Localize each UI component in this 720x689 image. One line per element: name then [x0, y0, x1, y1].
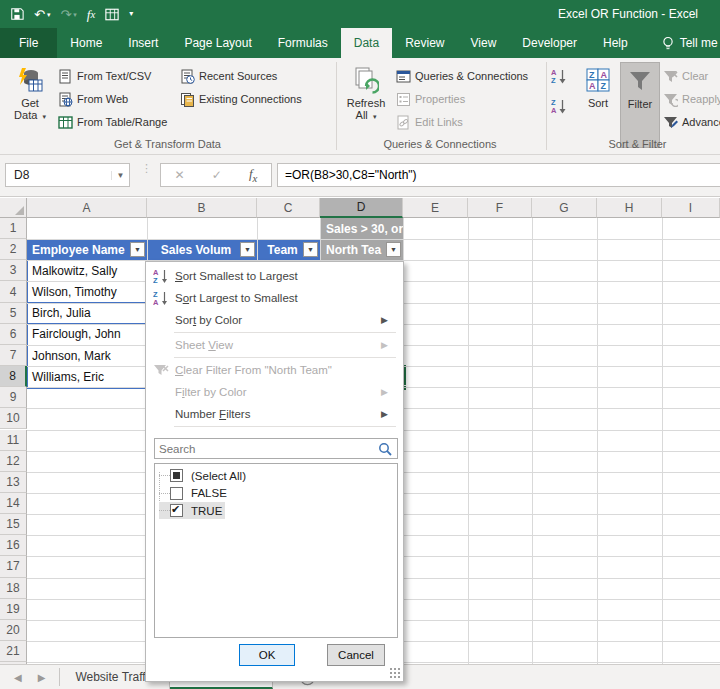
row-header-10[interactable]: 10 — [0, 408, 27, 429]
tab-view[interactable]: View — [458, 28, 510, 58]
row-header-14[interactable]: 14 — [0, 493, 27, 514]
tab-review[interactable]: Review — [392, 28, 457, 58]
employee-cell[interactable]: Birch, Julia — [28, 303, 147, 324]
filter-dropdown-button-d[interactable]: ▼ — [386, 242, 401, 257]
row-header-1[interactable]: 1 — [0, 218, 27, 239]
insert-function-fx-icon[interactable]: fx — [249, 166, 257, 184]
column-header-a[interactable]: A — [27, 198, 147, 218]
row-header-13[interactable]: 13 — [0, 472, 27, 493]
header-team[interactable]: Team ▼ — [257, 239, 320, 260]
sort-ascending-button[interactable]: AZ — [551, 66, 567, 86]
tab-page-layout[interactable]: Page Layout — [171, 28, 264, 58]
tab-home[interactable]: Home — [57, 28, 115, 58]
header-sales-volume[interactable]: Sales Volum ▼ — [147, 239, 257, 260]
row-header-20[interactable]: 20 — [0, 620, 27, 641]
save-icon[interactable] — [10, 7, 24, 21]
prev-sheet-icon[interactable]: ◀ — [14, 672, 22, 683]
refresh-all-button[interactable]: Refresh All ▾ — [342, 62, 390, 148]
column-header-d[interactable]: D — [320, 198, 403, 218]
menu-item-sort-largest-to-smallest[interactable]: ZASort Largest to Smallest — [147, 287, 396, 309]
get-data-button[interactable]: Get Data ▾ — [6, 62, 54, 148]
employee-cell[interactable]: Williams, Eric — [28, 367, 147, 388]
insert-function-icon[interactable]: fx — [87, 8, 95, 21]
filter-button[interactable]: Filter — [620, 62, 660, 148]
employee-cell[interactable]: Johnson, Mark — [28, 346, 147, 367]
ribbon-button-from-web[interactable]: From Web — [58, 89, 128, 109]
row-header-3[interactable]: 3 — [0, 260, 27, 281]
cell-d1[interactable]: Sales > 30, or — [320, 218, 403, 239]
checkbox-true[interactable] — [170, 504, 183, 517]
column-header-b[interactable]: B — [147, 198, 257, 218]
name-box[interactable]: D8 ▼ — [5, 163, 130, 187]
column-header-i[interactable]: I — [662, 198, 720, 218]
filter-search-box[interactable]: Search — [154, 438, 398, 459]
tab-tell-me[interactable]: Tell me — [649, 28, 720, 58]
ribbon-button-existing-connections[interactable]: Existing Connections — [180, 89, 302, 109]
select-all-corner[interactable] — [0, 198, 27, 218]
cell-d2[interactable]: North Tea ▼ — [320, 239, 403, 260]
column-header-h[interactable]: H — [597, 198, 662, 218]
row-header-16[interactable]: 16 — [0, 535, 27, 556]
quick-table-icon[interactable] — [105, 8, 119, 21]
filter-value-select-all[interactable]: (Select All) — [159, 467, 249, 484]
row-header-12[interactable]: 12 — [0, 451, 27, 472]
menu-item-sort-by-color[interactable]: Sort by Color▶ — [147, 309, 396, 331]
row-header-4[interactable]: 4 — [0, 281, 27, 302]
redo-icon: ↷▾ — [60, 8, 76, 21]
row-header-21[interactable]: 21 — [0, 641, 27, 662]
employee-cell[interactable]: Wilson, Timothy — [28, 282, 147, 303]
row-header-19[interactable]: 19 — [0, 599, 27, 620]
row-header-9[interactable]: 9 — [0, 387, 27, 408]
employee-cell[interactable]: Malkowitz, Sally — [28, 261, 147, 282]
row-header-6[interactable]: 6 — [0, 324, 27, 345]
name-box-caret-icon[interactable]: ▼ — [111, 171, 129, 180]
sort-descending-button[interactable]: ZA — [551, 96, 567, 116]
row-header-2[interactable]: 2 — [0, 239, 27, 260]
group-label-sort-filter: Sort & Filter — [560, 138, 715, 150]
next-sheet-icon[interactable]: ▶ — [38, 672, 46, 683]
row-header-7[interactable]: 7 — [0, 345, 27, 366]
filter-value-false[interactable]: FALSE — [159, 485, 230, 502]
row-header-11[interactable]: 11 — [0, 430, 27, 451]
ribbon-button-queries-connections[interactable]: Queries & Connections — [396, 66, 528, 86]
row-header-8[interactable]: 8 — [0, 366, 27, 387]
undo-caret-icon[interactable]: ▾ — [47, 11, 51, 18]
column-header-e[interactable]: E — [403, 198, 468, 218]
header-employee-name[interactable]: Employee Name ▼ — [27, 239, 147, 260]
tab-file[interactable]: File — [0, 28, 57, 58]
ribbon-button-recent-sources[interactable]: Recent Sources — [180, 66, 277, 86]
ribbon-button-from-table-range[interactable]: From Table/Range — [58, 112, 167, 132]
row-header-15[interactable]: 15 — [0, 514, 27, 535]
filter-value-true[interactable]: TRUE — [159, 502, 225, 519]
tab-data[interactable]: Data — [341, 28, 392, 58]
ribbon-button-from-text-csv[interactable]: From Text/CSV — [58, 66, 151, 86]
employee-cell[interactable]: Fairclough, John — [28, 324, 147, 345]
search-icon[interactable] — [378, 442, 392, 456]
menu-item-sort-smallest-to-largest[interactable]: AZSort Smallest to Largest — [147, 265, 396, 287]
sort-button[interactable]: ZA AZ Sort — [577, 62, 619, 148]
formula-bar-grip[interactable]: ⋮ — [141, 165, 152, 172]
row-header-18[interactable]: 18 — [0, 578, 27, 599]
formula-input[interactable]: =OR(B8>30,C8="North") — [277, 163, 720, 187]
filter-dropdown-button-a[interactable]: ▼ — [130, 242, 145, 257]
tab-developer[interactable]: Developer — [509, 28, 590, 58]
filter-dropdown-button-c[interactable]: ▼ — [303, 242, 318, 257]
row-header-5[interactable]: 5 — [0, 303, 27, 324]
cancel-button[interactable]: Cancel — [327, 644, 385, 666]
resize-grip[interactable] — [389, 667, 400, 678]
column-header-g[interactable]: G — [532, 198, 597, 218]
customize-toolbar-icon[interactable]: ▾ — [129, 10, 133, 18]
menu-item-number-filters[interactable]: Number Filters▶ — [147, 403, 396, 425]
column-header-f[interactable]: F — [468, 198, 532, 218]
checkbox-select-all[interactable] — [170, 469, 183, 482]
tab-help[interactable]: Help — [590, 28, 641, 58]
ribbon-button-advanced[interactable]: Advanced — [663, 112, 720, 132]
checkbox-false[interactable] — [170, 487, 183, 500]
ok-button[interactable]: OK — [239, 644, 295, 666]
undo-icon[interactable]: ↶▾ — [34, 8, 50, 21]
tab-insert[interactable]: Insert — [115, 28, 171, 58]
row-header-17[interactable]: 17 — [0, 556, 27, 577]
tab-formulas[interactable]: Formulas — [265, 28, 341, 58]
filter-dropdown-button-b[interactable]: ▼ — [240, 242, 255, 257]
column-header-c[interactable]: C — [257, 198, 320, 218]
